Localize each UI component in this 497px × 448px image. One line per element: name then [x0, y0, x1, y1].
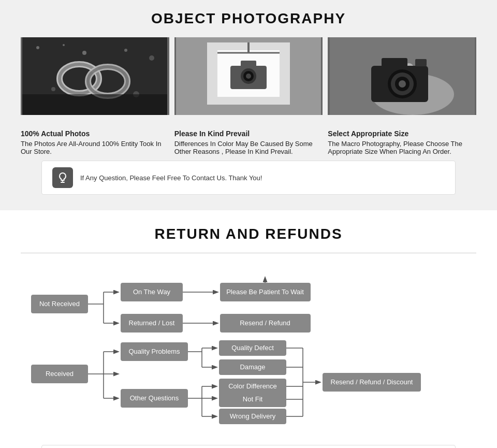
tip-box-2: If Any Question, Please Feel Free To Con… [41, 445, 456, 448]
svg-point-34 [399, 80, 406, 88]
flowchart-container: Not Received On The Way Returned / Lost … [21, 264, 476, 429]
photo-desc-1-body: The Photos Are All-Around 100% Entity To… [21, 140, 161, 155]
svg-point-4 [124, 49, 127, 52]
svg-text:Damage: Damage [240, 363, 265, 371]
photo-camera [328, 37, 476, 115]
lightbulb-icon [52, 167, 73, 188]
photo-placeholder-rings [21, 37, 169, 115]
svg-text:Resend / Refund / Discount: Resend / Refund / Discount [331, 378, 413, 386]
svg-text:Not Received: Not Received [39, 300, 80, 308]
svg-text:Please Be Patient To Wait: Please Be Patient To Wait [226, 288, 304, 296]
svg-text:On The Way: On The Way [133, 288, 171, 296]
flowchart-svg: Not Received On The Way Returned / Lost … [26, 264, 471, 429]
photo-grid [21, 37, 476, 115]
photo-desc-3-heading: Select Appropriate Size [328, 129, 476, 138]
svg-text:Wrong Delivery: Wrong Delivery [230, 412, 276, 420]
photo-setup [174, 37, 323, 115]
svg-text:Quality Defect: Quality Defect [231, 344, 274, 352]
tip-box-1: If Any Question, Please Feel Free To Con… [41, 161, 456, 195]
svg-point-3 [82, 51, 86, 55]
photo-rings [21, 37, 169, 115]
svg-rect-35 [415, 59, 427, 66]
photo-desc-2: Please In Kind Prevail Differences In Co… [174, 125, 323, 155]
svg-text:Resend / Refund: Resend / Refund [240, 319, 290, 327]
svg-rect-30 [382, 58, 407, 68]
svg-text:Returned / Lost: Returned / Lost [129, 319, 175, 327]
svg-point-1 [36, 46, 39, 49]
svg-text:Color Difference: Color Difference [228, 382, 277, 390]
photo-desc-3-body: The Macro Photography, Please Choose The… [328, 140, 462, 155]
photo-desc-3: Select Appropriate Size The Macro Photog… [328, 125, 476, 155]
photo-placeholder-camera [328, 37, 476, 115]
svg-rect-12 [22, 94, 167, 115]
photo-section: OBJECT PHOTOGRAPHY [0, 0, 497, 210]
photo-placeholder-setup [174, 37, 323, 115]
svg-point-2 [63, 44, 65, 46]
tip-text-1: If Any Question, Please Feel Free To Con… [80, 174, 262, 182]
svg-point-6 [51, 87, 55, 91]
svg-text:Received: Received [46, 370, 74, 378]
photo-section-title: OBJECT PHOTOGRAPHY [21, 10, 476, 27]
photo-desc-1-heading: 100% Actual Photos [21, 129, 169, 138]
svg-text:Quality Problems: Quality Problems [129, 348, 180, 355]
svg-rect-17 [241, 61, 256, 68]
svg-point-20 [246, 74, 251, 79]
photo-desc-2-heading: Please In Kind Prevail [174, 129, 323, 138]
photo-desc-2-body: Differences In Color May Be Caused By So… [174, 140, 313, 155]
return-section: RETURN AND REFUNDS Not Received [0, 210, 497, 448]
svg-point-5 [149, 55, 154, 61]
svg-text:Other Questions: Other Questions [130, 394, 179, 402]
svg-text:Not Fit: Not Fit [243, 395, 263, 403]
return-section-title: RETURN AND REFUNDS [21, 226, 476, 242]
section-divider [21, 253, 476, 253]
photo-descriptions: 100% Actual Photos The Photos Are All-Ar… [21, 125, 476, 155]
photo-desc-1: 100% Actual Photos The Photos Are All-Ar… [21, 125, 169, 155]
